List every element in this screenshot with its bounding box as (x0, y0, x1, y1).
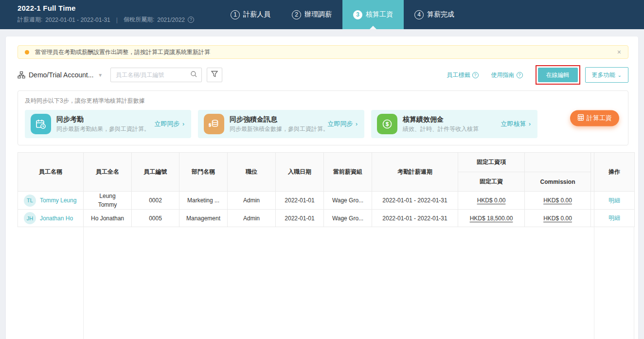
annotation-highlight-box: 在線編輯 (536, 65, 580, 85)
hire-date-cell: 2022-01-01 (276, 210, 324, 227)
sync-card-title: 同步強積金訊息 (230, 115, 327, 124)
step-label: 核算工資 (366, 10, 393, 19)
col-employee-no: 員工編號 (132, 153, 179, 192)
table-right-border (634, 227, 634, 339)
calculate-now-label: 立即核算 (501, 120, 526, 127)
sync-now-label: 立即同步 (154, 120, 179, 127)
question-circle-icon[interactable]: ? (188, 17, 194, 23)
sync-attendance-card: 同步考勤 同步最新考勤結果，參與工資計算。 立即同步 › (25, 110, 191, 138)
detail-link[interactable]: 明細 (608, 197, 620, 204)
position-cell: Admin (228, 210, 276, 227)
caret-down-icon: ▼ (98, 72, 103, 78)
col-commission: Commission (525, 172, 591, 192)
full-name-cell: Ho Jonathan (84, 210, 132, 227)
step-label: 辦理調薪 (304, 10, 332, 19)
sync-card-title: 核算績效佣金 (403, 115, 479, 124)
warning-text: 當管理員在考勤或薪酬設置作出調整，請按計算工資讓系統重新計算 (35, 48, 210, 56)
table-extension (18, 227, 634, 339)
commission-link[interactable]: HKD$ 0.00 (543, 215, 572, 222)
wage-group-cell: Wage Gro... (324, 210, 372, 227)
question-circle-icon: ? (472, 72, 479, 78)
col-action: 操作 (594, 153, 635, 192)
search-input[interactable] (116, 71, 190, 78)
chevron-down-icon: ⌄ (618, 72, 622, 78)
more-functions-label: 更多功能 (592, 71, 615, 79)
avatar: TL (24, 195, 36, 207)
avatar: JH (24, 212, 36, 224)
question-circle-icon: ? (517, 72, 523, 78)
payroll-run-info: 2022-1 Full Time 計薪週期: 2022-01-01 - 2022… (18, 4, 194, 24)
org-tree-icon (18, 71, 25, 79)
frozen-left-column-border (83, 227, 84, 339)
col-attendance-period: 考勤計薪週期 (372, 153, 458, 192)
filter-icon (211, 71, 218, 79)
period-label: 計薪週期: (18, 16, 42, 24)
table-row: JH Jonathan Ho Ho Jonathan 0005 Manageme… (18, 210, 635, 227)
hire-date-cell: 2022-01-01 (276, 192, 324, 210)
detail-link[interactable]: 明細 (608, 214, 620, 221)
step-1-payroll-staff[interactable]: 1 計薪人員 (220, 0, 281, 29)
step-label: 算薪完成 (427, 10, 454, 19)
commission-link[interactable]: HKD$ 0.00 (543, 197, 572, 204)
org-selector-label: Demo/Trial Account... (29, 71, 93, 79)
col-hire-date: 入職日期 (276, 153, 324, 192)
org-selector[interactable]: Demo/Trial Account... ▼ (18, 71, 103, 79)
col-group-fixed-wage-items: 固定工資項 (458, 153, 525, 172)
employee-tags-label: 員工標籤 (447, 71, 470, 79)
sync-card-text: 同步強積金訊息 同步最新強積金數據，參與工資計算。 (230, 115, 327, 133)
online-edit-button[interactable]: 在線編輯 (538, 68, 578, 82)
svg-text:$: $ (386, 121, 389, 127)
wage-group-cell: Wage Gro... (324, 192, 372, 210)
sync-now-link[interactable]: 立即同步 › (154, 120, 184, 128)
department-cell: Marketing ... (179, 192, 228, 210)
calculate-wages-button[interactable]: 計算工資 (570, 110, 619, 126)
top-navbar: 2022-1 Full Time 計薪週期: 2022-01-01 - 2022… (0, 0, 644, 29)
employee-no-cell: 0005 (132, 210, 179, 227)
search-icon[interactable] (190, 71, 197, 80)
sync-mpf-card: $ 同步強積金訊息 同步最新強積金數據，參與工資計算。 立即同步 › (198, 110, 364, 138)
step-nav: 1 計薪人員 2 辦理調薪 3 核算工資 4 算薪完成 (220, 0, 465, 29)
period-value: 2022-01-01 - 2022-01-31 (45, 17, 110, 23)
full-name-cell: Leung Tommy (84, 192, 132, 210)
warning-banner: 當管理員在考勤或薪酬設置作出調整，請按計算工資讓系統重新計算 × (18, 45, 628, 59)
calendar-clock-icon (31, 114, 51, 134)
close-icon[interactable]: × (617, 49, 621, 55)
sync-card-desc: 同步最新考勤結果，參與工資計算。 (56, 125, 150, 133)
tax-period-label: 個稅所屬期: (124, 16, 154, 24)
spacer-cell (591, 192, 594, 210)
page-title: 2022-1 Full Time (18, 4, 194, 12)
employee-cell: TL Tommy Leung (24, 195, 83, 207)
fixed-wage-link[interactable]: HKD$ 18,500.00 (470, 215, 513, 222)
step-4-payroll-complete[interactable]: 4 算薪完成 (404, 0, 465, 29)
sync-card-title: 同步考勤 (56, 115, 150, 124)
department-cell: Management (179, 210, 228, 227)
employee-name-link[interactable]: Jonathan Ho (40, 215, 73, 222)
employee-no-cell: 0002 (132, 192, 179, 210)
table-row: TL Tommy Leung Leung Tommy 0002 Marketin… (18, 192, 635, 210)
toolbar-right: 員工標籤 ? 使用指南 ? 在線編輯 更多功能 ⌄ (447, 65, 628, 85)
step-3-calculate-wages[interactable]: 3 核算工資 (342, 0, 404, 29)
col-fixed-wage: 固定工資 (458, 172, 525, 192)
calculator-icon (577, 114, 584, 122)
employee-name-link[interactable]: Tommy Leung (40, 197, 76, 204)
sync-card-text: 同步考勤 同步最新考勤結果，參與工資計算。 (56, 115, 150, 133)
step-2-salary-adjustment[interactable]: 2 辦理調薪 (281, 0, 342, 29)
sync-card-desc: 同步最新強積金數據，參與工資計算。 (230, 125, 327, 133)
chevron-right-icon: › (182, 121, 184, 127)
filter-button[interactable] (207, 68, 222, 82)
svg-text:$: $ (209, 123, 211, 127)
fixed-wage-link[interactable]: HKD$ 0.00 (477, 197, 506, 204)
warning-dot-icon (25, 50, 29, 54)
payroll-table: 員工名稱 員工全名 員工編號 部門名稱 職位 入職日期 當前薪資組 考勤計薪週期… (18, 152, 635, 227)
calculate-now-link[interactable]: 立即核算 › (501, 120, 531, 128)
attendance-period-cell: 2022-01-01 - 2022-01-31 (372, 192, 458, 210)
more-functions-button[interactable]: 更多功能 ⌄ (585, 67, 628, 83)
col-full-name: 員工全名 (84, 153, 132, 192)
employee-tags-link[interactable]: 員工標籤 ? (447, 71, 479, 79)
step-label: 計薪人員 (243, 10, 270, 19)
sync-cards: 同步考勤 同步最新考勤結果，參與工資計算。 立即同步 › $ (25, 110, 621, 138)
user-guide-link[interactable]: 使用指南 ? (491, 71, 523, 79)
search-box (110, 68, 202, 82)
sync-now-link[interactable]: 立即同步 › (327, 120, 358, 128)
calculate-wages-label: 計算工資 (587, 114, 612, 123)
